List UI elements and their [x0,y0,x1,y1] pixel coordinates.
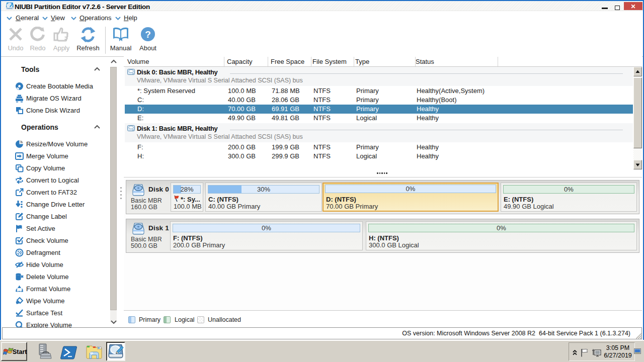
svg-text:?: ? [145,29,151,40]
